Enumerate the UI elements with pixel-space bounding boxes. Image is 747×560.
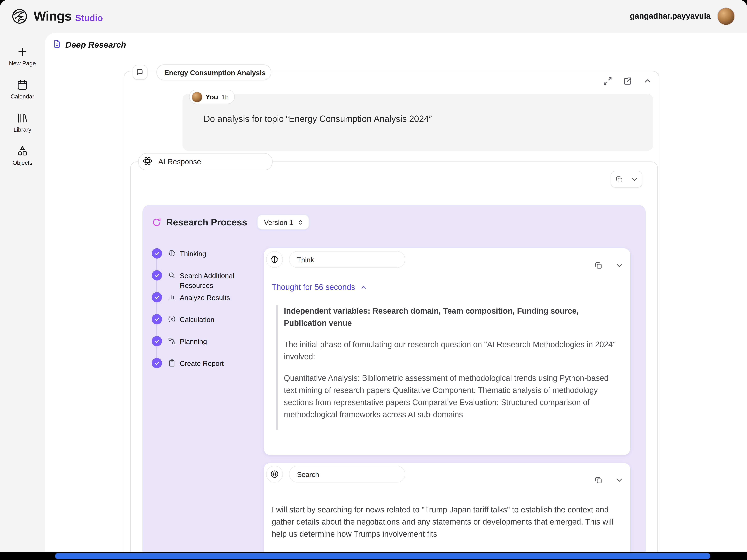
sidebar-item-label: Library	[14, 127, 31, 133]
thought-paragraph: The initial phase of formulating our res…	[284, 339, 621, 363]
user-avatar[interactable]	[717, 7, 735, 25]
message-text: Do analysis for topic “Energy Consumptio…	[204, 114, 432, 124]
bottom-strip	[0, 552, 747, 560]
thought-duration-label: Thought for 56 seconds	[272, 283, 355, 292]
chat-icon-button[interactable]	[133, 65, 148, 80]
bottom-blue-bar	[55, 553, 710, 559]
username[interactable]: gangadhar.payyavula	[630, 12, 711, 21]
sidebar-item-label: Objects	[12, 160, 32, 166]
check-icon	[152, 336, 162, 346]
open-external-icon[interactable]	[623, 76, 633, 86]
step-create-report[interactable]: Create Report	[152, 358, 262, 380]
workflow-icon	[168, 337, 176, 345]
think-pill: Think	[289, 251, 405, 268]
step-label: Thinking	[180, 249, 249, 259]
thought-duration-toggle[interactable]: Thought for 56 seconds	[272, 283, 367, 292]
thread-title: Energy Consumption Analysis	[164, 69, 266, 76]
conversation-actions	[603, 76, 652, 86]
research-process-header: Research Process Version 1	[143, 205, 646, 230]
brain-badge-icon	[266, 251, 283, 268]
check-icon	[152, 270, 162, 281]
author-avatar	[192, 92, 202, 102]
step-planning[interactable]: Planning	[152, 336, 262, 358]
ai-response-label: AI Response	[158, 158, 201, 166]
document-icon	[52, 39, 61, 50]
objects-icon	[16, 145, 28, 157]
search-card-actions	[594, 476, 624, 484]
search-icon	[168, 271, 176, 279]
chat-icon	[136, 68, 144, 77]
think-card: Think Thought	[264, 248, 630, 455]
expand-icon[interactable]	[603, 76, 613, 86]
check-icon	[152, 314, 162, 324]
calendar-icon	[16, 79, 28, 91]
page-header: Deep Research	[52, 39, 126, 50]
step-label: Calculation	[180, 315, 249, 324]
thought-paragraph: Independent variables: Research domain, …	[284, 305, 621, 329]
research-process-title: Research Process	[166, 217, 247, 228]
search-result-text: I will start by searching for news relat…	[272, 504, 619, 540]
copy-icon[interactable]	[611, 171, 626, 187]
thought-content: Independent variables: Research domain, …	[276, 305, 621, 430]
research-process-panel: Research Process Version 1	[143, 205, 646, 552]
check-icon	[152, 248, 162, 259]
updown-icon	[297, 219, 304, 226]
author-name: You	[205, 93, 218, 101]
openai-icon	[142, 155, 153, 168]
think-card-actions	[594, 261, 624, 270]
step-label: Analyze Results	[180, 293, 249, 302]
sidebar-item-objects[interactable]: Objects	[12, 145, 32, 166]
brain-icon	[168, 249, 176, 258]
version-selector[interactable]: Version 1	[257, 215, 309, 230]
ai-response-pill: AI Response	[138, 153, 273, 170]
version-label: Version 1	[264, 218, 293, 226]
step-label: Planning	[180, 337, 249, 346]
thread-title-pill[interactable]: Energy Consumption Analysis	[156, 64, 271, 80]
search-card: Search I will start by searching	[264, 463, 630, 552]
step-thinking[interactable]: Thinking	[152, 248, 262, 270]
brand-suffix: Studio	[75, 13, 103, 23]
globe-badge-icon	[266, 466, 283, 483]
ai-response-actions	[611, 171, 642, 188]
step-label: Create Report	[180, 358, 249, 368]
research-steps: Thinking Search Additional Resources	[152, 248, 262, 380]
function-icon	[168, 315, 176, 323]
refresh-icon[interactable]	[152, 217, 161, 227]
sidebar: New Page Calendar Library	[0, 33, 45, 552]
search-pill: Search	[289, 466, 405, 483]
screen: Wings Studio gangadhar.payyavula New Pag…	[0, 0, 747, 560]
sidebar-item-library[interactable]: Library	[14, 112, 31, 133]
wings-logo-icon	[10, 7, 29, 26]
check-icon	[152, 358, 162, 368]
conversation-card: You 1h Do analysis for topic “Energy Con…	[124, 71, 659, 552]
page-title: Deep Research	[66, 40, 126, 50]
collapse-chevron-up-icon[interactable]	[643, 76, 652, 86]
top-bar: Wings Studio gangadhar.payyavula	[0, 0, 747, 33]
check-icon	[152, 292, 162, 302]
copy-icon[interactable]	[594, 476, 603, 484]
user-message: You 1h Do analysis for topic “Energy Con…	[183, 94, 653, 151]
plus-icon	[16, 46, 28, 58]
sidebar-item-label: New Page	[9, 60, 36, 67]
chevron-up-icon	[360, 284, 367, 291]
chevron-down-icon[interactable]	[626, 171, 642, 187]
message-time: 1h	[222, 93, 229, 101]
bar-chart-icon	[168, 293, 176, 301]
ai-response-card: Research Process Version 1	[130, 161, 658, 552]
sidebar-item-label: Calendar	[10, 93, 34, 100]
step-label: Search Additional Resources	[180, 271, 249, 290]
sidebar-item-new-page[interactable]: New Page	[9, 46, 36, 67]
chevron-down-icon[interactable]	[615, 261, 624, 270]
author-pill: You 1h	[189, 89, 235, 104]
library-icon	[16, 112, 28, 124]
sidebar-item-calendar[interactable]: Calendar	[10, 79, 34, 100]
step-calculation[interactable]: Calculation	[152, 314, 262, 336]
clipboard-icon	[168, 359, 176, 367]
app-window: Wings Studio gangadhar.payyavula New Pag…	[0, 0, 747, 552]
step-search-additional-resources[interactable]: Search Additional Resources	[152, 270, 262, 292]
chevron-down-icon[interactable]	[615, 476, 624, 484]
thought-paragraph: Quantitative Analysis: Bibliometric asse…	[284, 372, 621, 421]
step-analyze-results[interactable]: Analyze Results	[152, 292, 262, 314]
main-content: Deep Research	[45, 33, 747, 552]
copy-icon[interactable]	[594, 261, 603, 270]
